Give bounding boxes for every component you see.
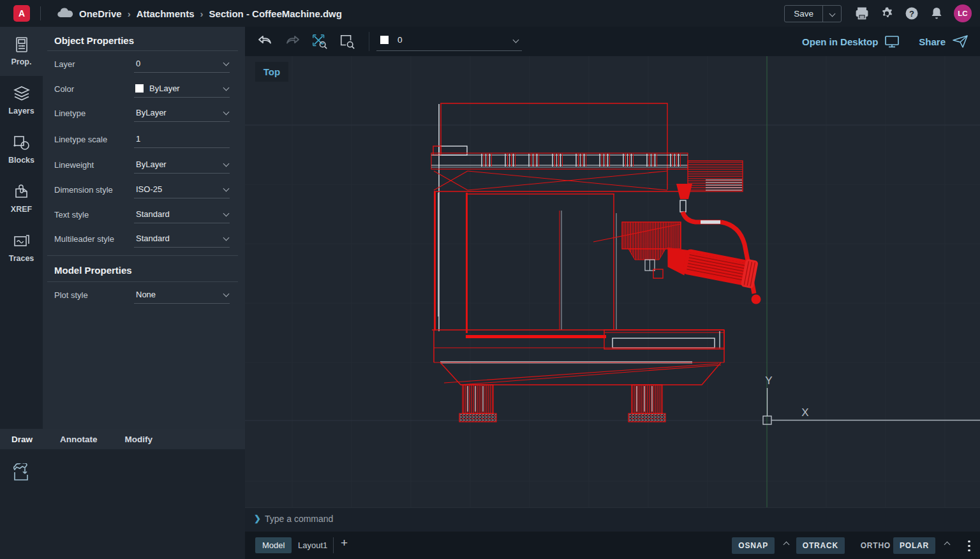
- dimension-style-dropdown[interactable]: ISO-25: [134, 181, 230, 198]
- field-row-multileader-style: Multileader style Standard: [54, 230, 234, 248]
- coffee-machine-drawing: Y X: [245, 56, 980, 507]
- ucs-icon: Y X: [763, 375, 980, 424]
- ucs-x-label: X: [801, 406, 808, 419]
- field-label: Color: [54, 84, 74, 94]
- color-swatch: [135, 84, 144, 93]
- help-icon: ?: [905, 6, 919, 20]
- model-properties-title: Model Properties: [54, 265, 132, 276]
- field-label: Lineweight: [54, 160, 94, 170]
- xref-icon: [13, 184, 31, 200]
- chevron-down-icon: [223, 186, 230, 192]
- undo-button[interactable]: [256, 33, 273, 50]
- share-button[interactable]: Share: [919, 36, 946, 47]
- autocad-logo-icon[interactable]: A: [13, 5, 30, 22]
- view-cube-label[interactable]: Top: [255, 62, 288, 82]
- field-row-linetype-scale: Linetype scale 1: [54, 131, 234, 149]
- add-layout-button[interactable]: +: [341, 536, 348, 550]
- open-in-desktop-button[interactable]: Open in Desktop: [802, 36, 878, 47]
- current-layer-dropdown[interactable]: 0: [376, 32, 522, 51]
- status-bar: Model Layout1 + OSNAP OTRACK ORTHO POLAR: [245, 532, 980, 559]
- zoom-window-button[interactable]: [339, 33, 355, 50]
- chevron-down-icon: [223, 235, 230, 241]
- status-overflow-menu[interactable]: [967, 538, 971, 554]
- command-input[interactable]: Type a command: [265, 514, 333, 524]
- sidebar-item-layers[interactable]: Layers: [0, 76, 43, 125]
- osnap-options-chevron[interactable]: [783, 542, 790, 548]
- sidebar-item-properties[interactable]: Prop.: [0, 27, 43, 76]
- chevron-down-icon: [223, 291, 230, 297]
- multileader-style-dropdown[interactable]: Standard: [134, 230, 230, 248]
- sidebar-label: XREF: [11, 205, 32, 214]
- command-prompt-icon: ❯: [254, 514, 261, 523]
- printer-icon: [855, 6, 869, 20]
- color-dropdown[interactable]: ByLayer: [134, 80, 230, 98]
- text-style-dropdown[interactable]: Standard: [134, 206, 230, 223]
- autocad-web-app: A OneDrive › Attachments › Section - Cof…: [0, 0, 980, 559]
- tab-model[interactable]: Model: [255, 537, 292, 553]
- sidebar-label: Blocks: [8, 156, 34, 165]
- layers-icon: [13, 86, 31, 102]
- chevron-down-icon: [829, 10, 835, 17]
- layer-color-swatch: [380, 36, 389, 44]
- blocks-icon: [13, 135, 31, 151]
- ucs-y-label: Y: [765, 375, 772, 387]
- tab-annotate[interactable]: Annotate: [60, 435, 98, 444]
- chevron-down-icon: [223, 161, 230, 167]
- breadcrumb-attachments[interactable]: Attachments: [137, 8, 195, 19]
- top-bar: A OneDrive › Attachments › Section - Cof…: [0, 0, 980, 27]
- sidebar-item-xref[interactable]: XREF: [0, 174, 43, 223]
- polar-options-chevron[interactable]: [944, 542, 951, 548]
- field-row-lineweight: Lineweight ByLayer: [54, 156, 234, 174]
- notifications-button[interactable]: [929, 6, 944, 21]
- command-bar[interactable]: ❯ Type a command: [245, 507, 980, 532]
- field-row-color: Color ByLayer: [54, 80, 234, 98]
- osnap-toggle[interactable]: OSNAP: [732, 537, 775, 554]
- field-label: Text style: [54, 210, 89, 220]
- breadcrumb-onedrive[interactable]: OneDrive: [79, 8, 122, 19]
- sidebar-item-traces[interactable]: Traces: [0, 223, 43, 272]
- coffee-machine-geometry: [431, 103, 761, 422]
- sidebar-item-blocks[interactable]: Blocks: [0, 125, 43, 174]
- help-button[interactable]: ?: [904, 6, 919, 21]
- field-label: Linetype: [54, 108, 85, 118]
- tab-modify[interactable]: Modify: [125, 435, 153, 444]
- field-label: Multileader style: [54, 234, 114, 244]
- field-row-text-style: Text style Standard: [54, 206, 234, 224]
- print-button[interactable]: [854, 6, 870, 21]
- revision-cloud-tool-icon[interactable]: [12, 463, 33, 482]
- svg-text:?: ?: [909, 9, 914, 19]
- chevron-down-icon: [223, 85, 230, 91]
- lineweight-dropdown[interactable]: ByLayer: [134, 156, 230, 174]
- canvas-toolbar: 0 Open in Desktop Share: [245, 27, 980, 56]
- toolbar-divider: [369, 32, 369, 51]
- topbar-actions: Save ? LC: [784, 0, 980, 27]
- tab-draw[interactable]: Draw: [11, 435, 33, 444]
- traces-icon: [13, 233, 31, 250]
- sidebar-label: Prop.: [11, 57, 32, 66]
- gear-icon: [880, 6, 894, 20]
- chevron-down-icon: [223, 109, 230, 116]
- object-properties-title: Object Properties: [54, 35, 134, 46]
- zoom-extents-button[interactable]: [311, 33, 328, 50]
- field-row-linetype: Linetype ByLayer: [54, 105, 234, 123]
- bell-icon: [930, 6, 943, 20]
- ortho-toggle[interactable]: ORTHO: [854, 537, 897, 554]
- field-label: Linetype scale: [54, 135, 107, 144]
- desktop-monitor-icon: [884, 34, 900, 48]
- save-options-button[interactable]: [823, 6, 841, 22]
- linetype-dropdown[interactable]: ByLayer: [134, 105, 230, 122]
- save-button[interactable]: Save: [785, 6, 823, 22]
- redo-button[interactable]: [285, 33, 301, 50]
- linetype-scale-input[interactable]: 1: [134, 131, 230, 148]
- user-avatar[interactable]: LC: [954, 4, 972, 22]
- plot-style-dropdown[interactable]: None: [134, 287, 230, 304]
- settings-button[interactable]: [879, 6, 895, 21]
- breadcrumb-filename: Section - CoffeeMachine.dwg: [209, 8, 342, 19]
- drawing-viewport[interactable]: Y X: [245, 56, 980, 507]
- otrack-toggle[interactable]: OTRACK: [796, 537, 845, 554]
- layer-dropdown[interactable]: 0: [134, 56, 230, 73]
- tab-layout1[interactable]: Layout1: [291, 537, 334, 553]
- polar-toggle[interactable]: POLAR: [893, 537, 935, 554]
- chevron-down-icon: [223, 211, 230, 217]
- ribbon-tool-area: [0, 449, 245, 559]
